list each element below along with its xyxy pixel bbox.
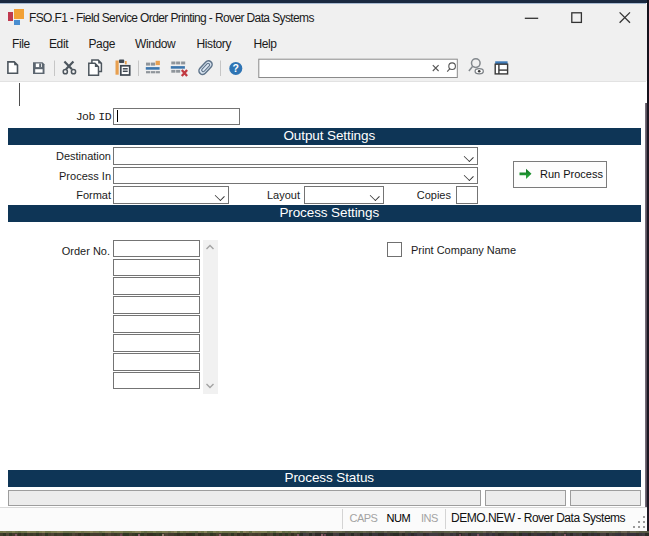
svg-text:?: ?	[233, 62, 239, 74]
